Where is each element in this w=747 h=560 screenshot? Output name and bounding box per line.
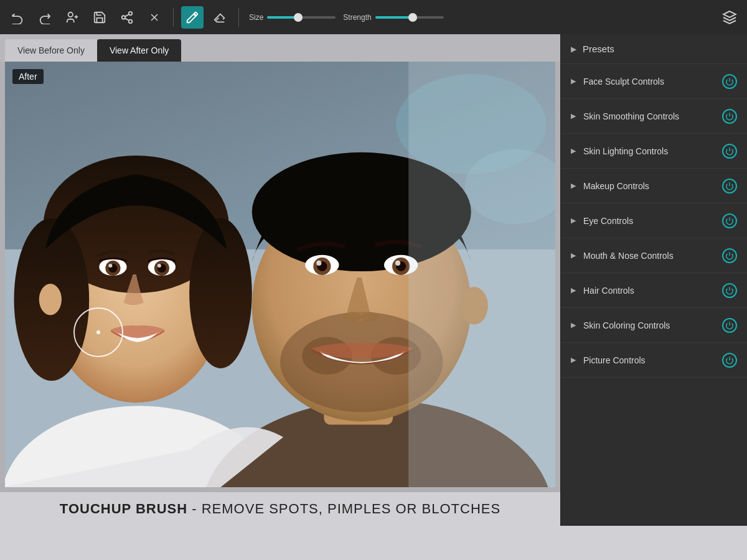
control-label-skin-smoothing: Skin Smoothing Controls — [583, 111, 722, 121]
svg-point-45 — [344, 312, 361, 322]
svg-rect-48 — [408, 62, 555, 487]
after-label: After — [12, 69, 44, 84]
size-thumb — [294, 13, 303, 22]
control-label-skin-lighting: Skin Lighting Controls — [583, 146, 722, 156]
control-label-face-sculpt: Face Sculpt Controls — [583, 77, 722, 86]
strength-slider-group: Strength — [343, 13, 443, 22]
save-button[interactable] — [88, 6, 111, 29]
control-label-mouth-nose: Mouth & Nose Controls — [583, 251, 722, 261]
control-arrow-icon: ▶ — [571, 286, 576, 294]
size-slider-group: Size — [249, 13, 336, 22]
control-label-hair: Hair Controls — [583, 286, 722, 296]
svg-point-40 — [316, 261, 321, 266]
toolbar: Size Strength — [0, 0, 747, 34]
power-button-eye[interactable] — [722, 213, 737, 228]
control-arrow-icon: ▶ — [571, 182, 576, 190]
power-button-makeup[interactable] — [722, 179, 737, 194]
view-after-tab[interactable]: View After Only — [97, 39, 181, 62]
strength-label: Strength — [343, 13, 371, 22]
control-item-makeup[interactable]: ▶ Makeup Controls — [561, 169, 747, 203]
control-arrow-icon: ▶ — [571, 147, 576, 155]
main-area: View Before Only View After Only — [0, 34, 747, 526]
control-item-mouth-nose[interactable]: ▶ Mouth & Nose Controls — [561, 238, 747, 273]
add-person-button[interactable] — [61, 6, 83, 29]
control-arrow-icon: ▶ — [571, 77, 576, 85]
control-item-skin-coloring[interactable]: ▶ Skin Coloring Controls — [561, 308, 747, 343]
presets-label: Presets — [583, 44, 614, 54]
control-label-skin-coloring: Skin Coloring Controls — [583, 320, 722, 330]
svg-point-44 — [395, 261, 400, 266]
view-tabs: View Before Only View After Only — [0, 34, 560, 62]
control-item-picture[interactable]: ▶ Picture Controls — [561, 343, 747, 378]
control-item-hair[interactable]: ▶ Hair Controls — [561, 273, 747, 308]
control-item-face-sculpt[interactable]: ▶ Face Sculpt Controls — [561, 64, 747, 99]
brush-tool-button[interactable] — [181, 6, 204, 29]
control-label-makeup: Makeup Controls — [583, 181, 722, 191]
svg-point-29 — [39, 284, 62, 315]
layers-button[interactable] — [718, 6, 741, 29]
control-label-picture: Picture Controls — [583, 355, 722, 365]
power-button-picture[interactable] — [722, 353, 737, 368]
control-arrow-icon: ▶ — [571, 112, 576, 120]
bottom-text-bold: TOUCHUP BRUSH — [60, 501, 187, 516]
bottom-text-bar: TOUCHUP BRUSH - REMOVE SPOTS, PIMPLES OR… — [0, 492, 560, 526]
strength-thumb — [408, 13, 417, 22]
svg-point-4 — [122, 16, 126, 19]
view-before-tab[interactable]: View Before Only — [5, 39, 97, 62]
right-panel: ▶ Presets ▶ Face Sculpt Controls ▶ Skin … — [560, 34, 747, 526]
svg-point-5 — [129, 19, 133, 22]
control-item-skin-smoothing[interactable]: ▶ Skin Smoothing Controls — [561, 99, 747, 134]
svg-line-7 — [125, 14, 129, 16]
control-arrow-icon: ▶ — [571, 251, 576, 259]
power-button-skin-smoothing[interactable] — [722, 109, 737, 124]
power-button-skin-lighting[interactable] — [722, 144, 737, 159]
divider-1 — [173, 8, 174, 27]
svg-point-0 — [68, 12, 73, 16]
close-button[interactable] — [143, 6, 166, 29]
svg-marker-10 — [723, 11, 736, 17]
power-button-mouth-nose[interactable] — [722, 248, 737, 263]
controls-list: ▶ Face Sculpt Controls ▶ Skin Smoothing … — [561, 64, 747, 526]
control-label-eye: Eye Controls — [583, 216, 722, 226]
share-button[interactable] — [116, 6, 138, 29]
strength-fill — [375, 16, 413, 19]
size-label: Size — [249, 13, 263, 22]
eraser-tool-button[interactable] — [209, 6, 231, 29]
control-arrow-icon: ▶ — [571, 217, 576, 225]
redo-button[interactable] — [34, 6, 56, 29]
image-canvas[interactable]: After — [5, 62, 555, 487]
divider-2 — [238, 8, 239, 27]
presets-header[interactable]: ▶ Presets — [561, 34, 747, 64]
power-button-hair[interactable] — [722, 283, 737, 298]
presets-arrow-icon: ▶ — [571, 45, 576, 54]
undo-button[interactable] — [6, 6, 29, 29]
svg-point-24 — [108, 264, 112, 268]
svg-point-28 — [157, 264, 161, 268]
svg-line-6 — [125, 18, 129, 21]
control-arrow-icon: ▶ — [571, 321, 576, 329]
control-arrow-icon: ▶ — [571, 356, 576, 364]
strength-slider[interactable] — [375, 16, 444, 19]
control-item-eye[interactable]: ▶ Eye Controls — [561, 203, 747, 238]
bottom-text-normal: - REMOVE SPOTS, PIMPLES OR BLOTCHES — [187, 501, 500, 516]
photo-svg — [5, 62, 555, 487]
power-button-skin-coloring[interactable] — [722, 318, 737, 333]
svg-point-3 — [129, 11, 133, 15]
svg-point-46 — [361, 312, 378, 322]
power-button-face-sculpt[interactable] — [722, 74, 737, 89]
size-slider[interactable] — [267, 16, 336, 19]
control-item-skin-lighting[interactable]: ▶ Skin Lighting Controls — [561, 134, 747, 169]
canvas-area: View Before Only View After Only — [0, 34, 560, 526]
